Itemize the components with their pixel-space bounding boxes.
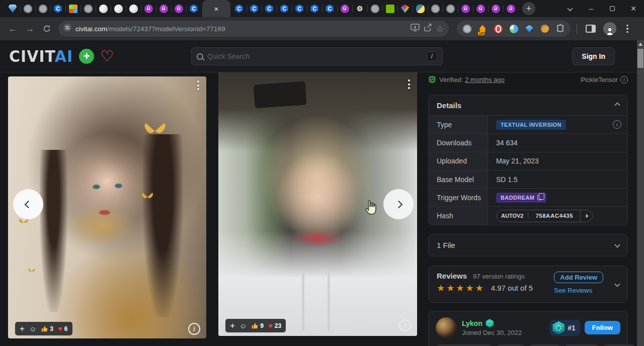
extensions-puzzle-icon[interactable] <box>555 24 566 34</box>
collapse-icon[interactable] <box>614 102 620 108</box>
smiley-reaction-icon[interactable]: ☺ <box>29 325 36 332</box>
site-settings-icon[interactable] <box>63 24 71 34</box>
firewall-off-extension-icon[interactable]: off <box>477 24 488 34</box>
tab-globe[interactable] <box>367 1 382 16</box>
files-section[interactable]: 1 File <box>428 234 628 256</box>
civitai-logo[interactable]: CIVITAI <box>9 47 73 65</box>
tab-civitai[interactable]: C <box>292 1 307 16</box>
tab-prism[interactable] <box>397 1 413 16</box>
address-bar[interactable]: civitai.com/models/72437?modelVersionId=… <box>58 21 449 37</box>
gem-extension-icon[interactable] <box>524 24 534 34</box>
minimize-button[interactable]: – <box>581 0 602 17</box>
browser-menu-icon[interactable] <box>621 25 633 33</box>
tab-ultra[interactable]: Û <box>458 1 473 16</box>
tab-civitai[interactable]: C <box>186 1 201 16</box>
tab-globe[interactable] <box>35 1 50 16</box>
carousel-prev-button[interactable] <box>13 189 43 219</box>
tab-ultra[interactable]: Û <box>171 1 186 16</box>
tab-ultra[interactable]: Û <box>141 1 156 16</box>
tab-civitai[interactable]: C <box>307 1 322 16</box>
tab-civitai[interactable]: C <box>277 1 292 16</box>
restore-button[interactable] <box>602 0 623 17</box>
tab-gear[interactable]: ⚙ <box>352 1 367 16</box>
tab-globe[interactable] <box>20 1 35 16</box>
tab-ultra[interactable]: Û <box>473 1 488 16</box>
creator-rank-badge[interactable]: #1 <box>550 320 580 336</box>
tab-nvidia[interactable] <box>382 1 397 16</box>
tab-globe[interactable] <box>428 1 443 16</box>
add-reaction-button[interactable]: + <box>230 321 235 330</box>
bookmark-star-icon[interactable]: ☆ <box>436 24 444 34</box>
back-icon[interactable]: ← <box>5 21 20 36</box>
tab-close-icon[interactable]: × <box>214 5 219 13</box>
tab-ultra[interactable]: Û <box>156 1 171 16</box>
tab-python[interactable] <box>413 1 428 16</box>
image-menu-icon[interactable] <box>197 80 199 90</box>
copy-icon[interactable] <box>537 195 542 200</box>
page-scrollbar[interactable] <box>637 40 644 346</box>
new-tab-button[interactable]: + <box>522 2 535 15</box>
expand-icon[interactable] <box>614 242 620 248</box>
image-info-icon[interactable]: i <box>399 319 411 331</box>
verified-time-link[interactable]: 2 months ago <box>465 76 505 83</box>
github-favicon <box>129 5 138 13</box>
like-count[interactable]: 3 <box>41 325 53 332</box>
hash-expand-button[interactable] <box>580 210 592 222</box>
type-info-icon[interactable]: i <box>613 120 621 129</box>
tab-globe[interactable] <box>443 1 458 16</box>
creator-name[interactable]: Lykon <box>462 319 482 327</box>
search-bar[interactable]: / <box>191 47 443 65</box>
profile-avatar[interactable] <box>603 22 616 35</box>
supporter-heart-icon[interactable]: ♡ <box>100 49 114 64</box>
tab-civitai[interactable]: C <box>50 1 65 16</box>
add-review-button[interactable]: Add Review <box>554 272 603 283</box>
tab-civitai[interactable]: C <box>262 1 277 16</box>
side-panel-icon[interactable] <box>583 21 598 36</box>
create-button[interactable]: + <box>79 49 94 64</box>
chrome-chevron-icon[interactable] <box>559 0 581 17</box>
trigger-word-badge[interactable]: BADDREAM <box>496 193 546 203</box>
close-button[interactable]: × <box>623 0 644 17</box>
type-badge[interactable]: TEXTUAL INVERSION <box>496 120 566 130</box>
tab-vault[interactable] <box>65 1 80 16</box>
scroll-up-arrow[interactable] <box>638 43 642 46</box>
tab-ultra[interactable]: Û <box>488 1 503 16</box>
opera-extension-icon[interactable] <box>493 24 503 34</box>
hash-pill[interactable]: AUTOV2 758AAC4435 <box>496 210 593 222</box>
add-reaction-button[interactable]: + <box>20 324 25 333</box>
reload-icon[interactable] <box>39 21 54 36</box>
forward-icon[interactable]: → <box>22 21 37 36</box>
active-tab[interactable]: × <box>202 0 230 17</box>
tab-globe[interactable] <box>80 1 96 16</box>
image-menu-icon[interactable] <box>408 79 410 89</box>
tab-github[interactable] <box>96 1 111 16</box>
tab-civitai[interactable]: C <box>231 1 247 16</box>
creator-avatar[interactable] <box>436 317 457 338</box>
tab-ultra[interactable]: Û <box>337 1 352 16</box>
share-icon[interactable] <box>424 24 432 34</box>
heart-count[interactable]: ♥ 23 <box>268 322 281 329</box>
globe-extension-icon[interactable] <box>462 24 472 34</box>
search-input[interactable] <box>207 52 427 60</box>
sign-in-button[interactable]: Sign In <box>572 47 615 65</box>
carousel-next-button[interactable] <box>383 189 414 219</box>
follow-button[interactable]: Follow <box>585 321 620 334</box>
smiley-reaction-icon[interactable]: ☺ <box>239 322 247 329</box>
image-info-icon[interactable]: i <box>188 323 200 335</box>
tab-civitai[interactable]: C <box>322 1 337 16</box>
format-info-icon[interactable]: i <box>620 76 628 83</box>
tab-civitai[interactable]: C <box>247 1 262 16</box>
scrollbar-thumb[interactable] <box>637 49 643 68</box>
cookie-extension-icon[interactable] <box>540 24 550 34</box>
see-reviews-link[interactable]: See Reviews <box>554 287 592 294</box>
tab-github[interactable] <box>111 1 126 16</box>
tab-gem[interactable] <box>5 1 20 16</box>
tab-github[interactable] <box>126 1 141 16</box>
blue-extension-icon[interactable] <box>509 24 519 34</box>
rating-stars: ★★★★★ <box>437 284 485 293</box>
like-count[interactable]: 9 <box>251 322 264 329</box>
install-icon[interactable] <box>411 24 420 34</box>
heart-count[interactable]: ♥ 6 <box>58 325 68 332</box>
details-header[interactable]: Details <box>429 95 627 115</box>
tab-ultra[interactable]: Û <box>503 1 518 16</box>
